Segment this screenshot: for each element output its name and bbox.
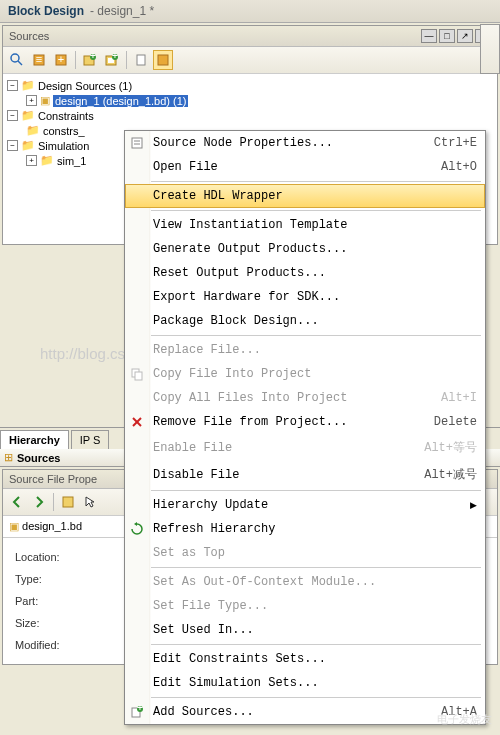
tree-collapse-icon[interactable]: − — [7, 110, 18, 121]
svg-rect-16 — [132, 138, 142, 148]
menu-item-set-as-top: Set as Top — [125, 541, 485, 565]
menu-item-create-hdl-wrapper[interactable]: Create HDL Wrapper — [125, 184, 485, 208]
folder-icon: 📁 — [21, 139, 35, 152]
tab-title: Block Design — [8, 4, 84, 18]
expand-icon[interactable]: + — [51, 50, 71, 70]
add-set-icon[interactable]: + — [102, 50, 122, 70]
menu-label: Edit Simulation Sets... — [153, 676, 477, 690]
menu-label: Enable File — [153, 441, 424, 455]
menu-item-edit-constraints-sets[interactable]: Edit Constraints Sets... — [125, 647, 485, 671]
menu-separator — [151, 181, 481, 182]
menu-label: Generate Output Products... — [153, 242, 477, 256]
tree-collapse-icon[interactable]: − — [7, 140, 18, 151]
menu-label: Open File — [153, 160, 441, 174]
menu-item-enable-file: Enable FileAlt+等号 — [125, 434, 485, 461]
tree-expand-icon[interactable]: + — [26, 95, 37, 106]
menu-label: Remove File from Project... — [153, 415, 434, 429]
menu-label: Replace File... — [153, 343, 477, 357]
tree-label: Constraints — [38, 110, 94, 122]
menu-item-open-file[interactable]: Open FileAlt+O — [125, 155, 485, 179]
menu-shortcut: Alt+O — [441, 160, 477, 174]
prop-title: Source File Prope — [9, 473, 97, 485]
menu-item-source-node-properties[interactable]: Source Node Properties...Ctrl+E — [125, 131, 485, 155]
prop-label: Location: — [15, 551, 85, 563]
svg-text:+: + — [90, 53, 96, 61]
tab-hierarchy[interactable]: Hierarchy — [0, 430, 69, 449]
doc-icon[interactable] — [131, 50, 151, 70]
menu-item-view-instantiation-template[interactable]: View Instantiation Template — [125, 213, 485, 237]
menu-label: Export Hardware for SDK... — [153, 290, 477, 304]
menu-item-set-used-in[interactable]: Set Used In... — [125, 618, 485, 642]
restore-icon[interactable]: ↗ — [457, 29, 473, 43]
folder-icon: 📁 — [26, 124, 40, 137]
minimize-icon[interactable]: — — [421, 29, 437, 43]
menu-label: Disable File — [153, 468, 424, 482]
menu-label: Edit Constraints Sets... — [153, 652, 477, 666]
svg-point-0 — [11, 54, 19, 62]
tree-label: constrs_ — [43, 125, 85, 137]
forward-icon[interactable] — [29, 492, 49, 512]
menu-separator — [151, 697, 481, 698]
prop-label: Modified: — [15, 639, 85, 651]
menu-label: Refresh Hierarchy — [153, 522, 477, 536]
menu-item-generate-output-products[interactable]: Generate Output Products... — [125, 237, 485, 261]
nav-icon[interactable] — [58, 492, 78, 512]
svg-text:≡: ≡ — [36, 53, 42, 65]
menu-item-replace-file: Replace File... — [125, 338, 485, 362]
menu-label: Add Sources... — [153, 705, 441, 719]
menu-separator — [151, 644, 481, 645]
main-tab-header: Block Design - design_1 * — [0, 0, 500, 23]
toolbar-sep — [53, 493, 54, 511]
menu-item-edit-simulation-sets[interactable]: Edit Simulation Sets... — [125, 671, 485, 695]
menu-item-hierarchy-update[interactable]: Hierarchy Update▶ — [125, 493, 485, 517]
menu-item-disable-file[interactable]: Disable FileAlt+减号 — [125, 461, 485, 488]
copy-icon — [129, 366, 145, 382]
menu-label: Source Node Properties... — [153, 136, 434, 150]
add-sources-icon[interactable]: + — [80, 50, 100, 70]
refresh-icon — [129, 521, 145, 537]
sources-tab-label[interactable]: Sources — [17, 452, 60, 464]
prop-label: Size: — [15, 617, 85, 629]
menu-item-refresh-hierarchy[interactable]: Refresh Hierarchy — [125, 517, 485, 541]
menu-separator — [151, 210, 481, 211]
menu-label: Copy File Into Project — [153, 367, 477, 381]
toolbar-sep — [126, 51, 127, 69]
tree-design-item[interactable]: + ▣ design_1 (design_1.bd) (1) — [7, 93, 493, 108]
add-icon: + — [129, 704, 145, 720]
search-icon[interactable] — [7, 50, 27, 70]
menu-label: Create HDL Wrapper — [153, 189, 477, 203]
menu-label: Package Block Design... — [153, 314, 477, 328]
svg-rect-14 — [158, 55, 168, 65]
prop-label: Part: — [15, 595, 85, 607]
menu-item-reset-output-products[interactable]: Reset Output Products... — [125, 261, 485, 285]
menu-label: Reset Output Products... — [153, 266, 477, 280]
tree-expand-icon[interactable]: + — [26, 155, 37, 166]
tab-ip[interactable]: IP S — [71, 430, 110, 449]
view-icon[interactable] — [153, 50, 173, 70]
tree-collapse-icon[interactable]: − — [7, 80, 18, 91]
maximize-icon[interactable]: □ — [439, 29, 455, 43]
pointer-icon[interactable] — [80, 492, 100, 512]
menu-item-copy-file-into-project: Copy File Into Project — [125, 362, 485, 386]
tab-subtitle: - design_1 * — [90, 4, 154, 18]
menu-item-add-sources[interactable]: +Add Sources...Alt+A — [125, 700, 485, 724]
tree-label-selected: design_1 (design_1.bd) (1) — [53, 95, 188, 107]
menu-item-set-file-type: Set File Type... — [125, 594, 485, 618]
menu-item-remove-file-from-project[interactable]: Remove File from Project...Delete — [125, 410, 485, 434]
sources-toolbar: ≡ + + + — [3, 47, 497, 74]
back-icon[interactable] — [7, 492, 27, 512]
collapse-icon[interactable]: ≡ — [29, 50, 49, 70]
menu-item-package-block-design[interactable]: Package Block Design... — [125, 309, 485, 333]
tree-constraints[interactable]: − 📁 Constraints — [7, 108, 493, 123]
submenu-arrow-icon: ▶ — [470, 500, 477, 510]
tree-design-sources[interactable]: − 📁 Design Sources (1) — [7, 78, 493, 93]
tree-label: sim_1 — [57, 155, 86, 167]
menu-shortcut: Delete — [434, 415, 477, 429]
tree-label: Design Sources (1) — [38, 80, 132, 92]
menu-label: Set Used In... — [153, 623, 477, 637]
menu-separator — [151, 567, 481, 568]
prop-filename: design_1.bd — [22, 520, 82, 532]
menu-label: Set as Top — [153, 546, 477, 560]
menu-item-export-hardware-for-sdk[interactable]: Export Hardware for SDK... — [125, 285, 485, 309]
folder-icon: 📁 — [21, 109, 35, 122]
